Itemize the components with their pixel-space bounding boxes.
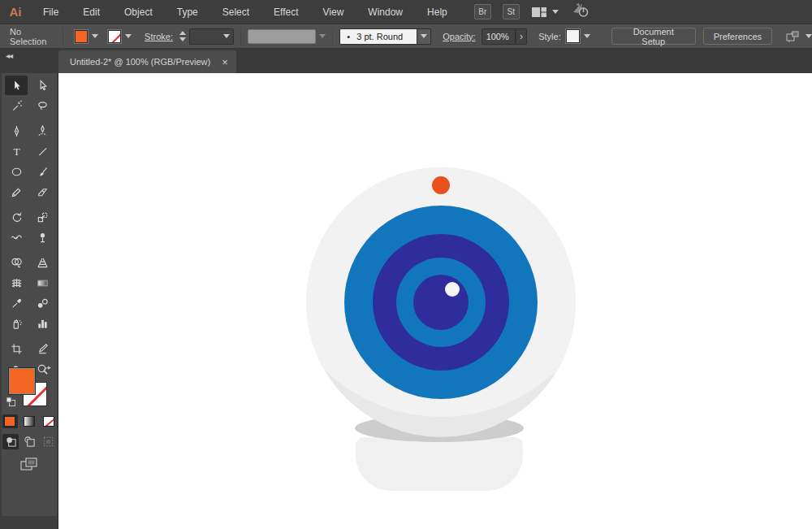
chevron-down-icon[interactable] bbox=[125, 34, 132, 38]
tool-scale[interactable] bbox=[31, 207, 54, 227]
tool-eyedropper[interactable] bbox=[5, 293, 28, 313]
document-tab[interactable]: Untitled-2* @ 100% (RGB/Preview) × bbox=[58, 50, 236, 73]
touch-workspace-button[interactable] bbox=[570, 2, 591, 22]
document-setup-button[interactable]: Document Setup bbox=[611, 28, 696, 45]
chevron-down-icon[interactable] bbox=[584, 34, 590, 38]
tool-selection[interactable] bbox=[5, 76, 28, 95]
preferences-button[interactable]: Preferences bbox=[703, 28, 772, 45]
pen-icon bbox=[11, 125, 23, 137]
mesh-icon bbox=[11, 277, 23, 289]
step-up-icon[interactable] bbox=[179, 31, 186, 35]
tool-magic-wand[interactable] bbox=[5, 96, 28, 115]
change-screen-mode-button[interactable] bbox=[2, 457, 57, 472]
step-down-icon[interactable] bbox=[179, 37, 186, 41]
menu-help[interactable]: Help bbox=[419, 0, 456, 24]
menu-select[interactable]: Select bbox=[214, 0, 257, 24]
brush-dot-preview: • bbox=[340, 32, 356, 41]
style-dropdown[interactable] bbox=[566, 29, 590, 43]
stroke-none-swatch[interactable] bbox=[108, 30, 121, 43]
stock-button[interactable]: St bbox=[503, 4, 520, 20]
tool-panel-body: T bbox=[2, 73, 57, 516]
webcam-base[interactable] bbox=[356, 437, 523, 491]
tool-column-graph[interactable] bbox=[31, 314, 54, 333]
webcam-lens-ring-blue[interactable] bbox=[396, 258, 486, 347]
tool-shape-builder[interactable] bbox=[5, 253, 28, 272]
webcam-lens-ring-indigo[interactable] bbox=[373, 234, 509, 371]
tool-mesh[interactable] bbox=[5, 273, 28, 293]
tool-gradient[interactable] bbox=[31, 273, 54, 293]
opacity-panel-link[interactable]: Opacity: bbox=[443, 32, 475, 41]
tool-curvature[interactable] bbox=[31, 121, 54, 141]
draw-behind-button[interactable] bbox=[21, 434, 37, 449]
menu-object[interactable]: Object bbox=[116, 0, 161, 24]
tool-perspective-grid[interactable] bbox=[31, 253, 54, 272]
brush-field[interactable]: • 3 pt. Round bbox=[339, 28, 417, 45]
line-segment-icon bbox=[37, 145, 49, 158]
tool-eraser[interactable] bbox=[31, 182, 54, 202]
separator bbox=[332, 28, 333, 46]
chevron-down-icon[interactable] bbox=[92, 34, 98, 38]
menu-window[interactable]: Window bbox=[360, 0, 411, 24]
tool-line-segment[interactable] bbox=[31, 141, 54, 161]
main-area: T bbox=[0, 73, 812, 529]
tool-artboard[interactable] bbox=[5, 339, 28, 358]
fill-color-swatch[interactable] bbox=[75, 30, 88, 43]
stroke-color-dropdown[interactable] bbox=[108, 30, 132, 43]
webcam-lens-pupil[interactable] bbox=[413, 275, 469, 330]
tool-panel: T bbox=[0, 73, 58, 529]
scale-icon bbox=[37, 211, 49, 223]
align-panel-menu[interactable] bbox=[785, 30, 812, 43]
tool-rotate[interactable] bbox=[5, 207, 28, 227]
brush-definition-dropdown[interactable]: • 3 pt. Round bbox=[339, 28, 431, 45]
webcam-sphere[interactable] bbox=[306, 167, 576, 437]
collapse-panel-button[interactable]: ◂◂ bbox=[6, 51, 12, 60]
tool-lasso[interactable] bbox=[31, 96, 54, 115]
webcam-lens-outer[interactable] bbox=[344, 206, 538, 399]
panel-options-icon bbox=[785, 30, 801, 43]
fill-indicator[interactable] bbox=[8, 367, 36, 395]
tool-puppet-warp[interactable] bbox=[31, 228, 54, 247]
style-swatch[interactable] bbox=[566, 29, 580, 43]
tool-symbol-sprayer[interactable] bbox=[5, 314, 28, 333]
stroke-width-stepper[interactable] bbox=[179, 31, 186, 41]
stroke-width-dropdown[interactable] bbox=[189, 28, 234, 45]
swap-fill-stroke-icon[interactable] bbox=[42, 366, 53, 375]
chevron-down-icon[interactable] bbox=[806, 34, 812, 38]
tool-pen[interactable] bbox=[5, 121, 28, 141]
color-swatch bbox=[4, 416, 15, 427]
stroke-panel-link[interactable]: Stroke: bbox=[145, 32, 173, 41]
chevron-down-icon bbox=[552, 10, 559, 14]
menu-edit[interactable]: Edit bbox=[75, 0, 108, 24]
draw-normal-button[interactable] bbox=[2, 434, 19, 449]
arrange-documents-button[interactable] bbox=[531, 7, 559, 18]
none-mode-button[interactable] bbox=[41, 414, 57, 428]
illustrator-logo: Ai bbox=[0, 5, 31, 19]
tool-type[interactable]: T bbox=[5, 141, 28, 161]
close-tab-button[interactable]: × bbox=[222, 57, 228, 67]
color-mode-button[interactable] bbox=[2, 414, 18, 428]
tool-paintbrush[interactable] bbox=[31, 162, 54, 181]
tool-shaper[interactable] bbox=[5, 182, 28, 202]
menu-view[interactable]: View bbox=[315, 0, 352, 24]
webcam-led-dot[interactable] bbox=[432, 176, 450, 194]
fill-color-dropdown[interactable] bbox=[75, 30, 98, 43]
opacity-input[interactable]: 100% bbox=[482, 28, 516, 45]
tool-direct-selection[interactable] bbox=[31, 76, 54, 95]
tool-width[interactable] bbox=[5, 228, 28, 247]
magic-wand-icon bbox=[11, 100, 23, 112]
canvas[interactable] bbox=[58, 73, 812, 529]
menu-file[interactable]: File bbox=[35, 0, 67, 24]
tool-ellipse[interactable] bbox=[5, 162, 28, 181]
gradient-mode-button[interactable] bbox=[22, 414, 37, 428]
tool-blend[interactable] bbox=[31, 293, 54, 313]
menu-effect[interactable]: Effect bbox=[266, 0, 306, 24]
menu-type[interactable]: Type bbox=[169, 0, 206, 24]
brush-chevron-button[interactable] bbox=[417, 28, 431, 45]
draw-inside-icon bbox=[42, 436, 54, 448]
default-fill-stroke-icon[interactable] bbox=[6, 397, 16, 407]
bridge-button[interactable]: Br bbox=[474, 4, 491, 20]
tool-slice[interactable] bbox=[31, 339, 54, 358]
separator bbox=[240, 28, 241, 46]
rotate-icon bbox=[11, 211, 23, 223]
opacity-slider-button[interactable]: › bbox=[516, 28, 527, 45]
